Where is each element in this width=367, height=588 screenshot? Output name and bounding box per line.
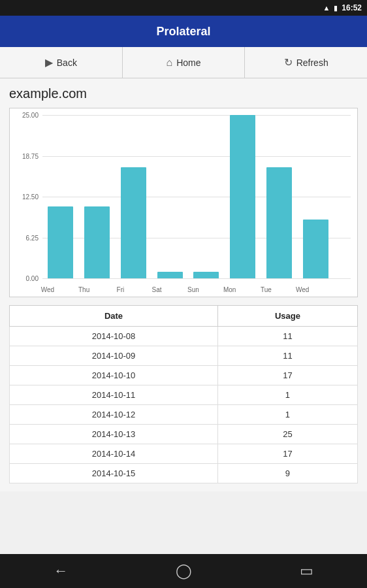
grid-line (42, 156, 351, 157)
x-axis-label: Fri (107, 286, 133, 293)
x-axis-label: Sat (144, 286, 170, 293)
cell-date: 2014-10-08 (10, 327, 218, 346)
cell-usage: 11 (217, 346, 357, 366)
bar (48, 206, 73, 278)
y-axis-label: 0.00 (10, 275, 39, 282)
cell-usage: 17 (217, 444, 357, 464)
table-row: 2014-10-0811 (10, 327, 358, 346)
bar (303, 220, 328, 278)
wifi-icon: ▲ (323, 4, 330, 12)
home-icon: ⌂ (166, 57, 172, 69)
cell-date: 2014-10-09 (10, 346, 218, 366)
back-button[interactable]: ▶ Back (0, 47, 123, 78)
cell-date: 2014-10-12 (10, 405, 218, 425)
y-axis-label: 12.50 (10, 193, 39, 201)
table-body: 2014-10-08112014-10-09112014-10-10172014… (10, 327, 358, 483)
table-row: 2014-10-1017 (10, 366, 358, 385)
y-axis-label: 25.00 (10, 112, 39, 119)
cell-usage: 1 (217, 405, 357, 425)
grid-line (42, 278, 351, 279)
refresh-label: Refresh (296, 57, 328, 68)
site-title: example.com (9, 86, 358, 101)
table-row: 2014-10-159 (10, 464, 358, 483)
home-label: Home (176, 57, 200, 68)
bar (230, 115, 255, 278)
cell-usage: 1 (217, 385, 357, 405)
bar (121, 167, 146, 278)
bar (157, 272, 183, 278)
col-header-usage: Usage (217, 306, 357, 327)
home-button[interactable]: ⌂ Home (123, 47, 246, 78)
x-axis-label: Tue (253, 286, 279, 293)
x-axis-label: Wed (289, 286, 315, 293)
bar (266, 167, 292, 278)
cell-date: 2014-10-14 (10, 444, 218, 464)
android-back-icon[interactable]: ← (54, 563, 68, 580)
cell-date: 2014-10-15 (10, 464, 218, 483)
cell-usage: 17 (217, 366, 357, 385)
cell-date: 2014-10-10 (10, 366, 218, 385)
table-row: 2014-10-0911 (10, 346, 358, 366)
status-time: 16:52 (342, 3, 362, 12)
bar (84, 206, 110, 278)
refresh-button[interactable]: ↻ Refresh (245, 47, 367, 78)
cell-usage: 11 (217, 327, 357, 346)
table-row: 2014-10-1417 (10, 444, 358, 464)
cell-usage: 25 (217, 425, 357, 444)
content-area: example.com 25.0018.7512.506.250.00WedTh… (0, 78, 367, 491)
data-table: Date Usage 2014-10-08112014-10-09112014-… (9, 305, 358, 483)
app-bar: Prolateral (0, 16, 367, 47)
grid-line (42, 197, 351, 197)
battery-icon: ▮ (334, 4, 338, 12)
bar (193, 272, 219, 278)
y-axis-label: 18.75 (10, 152, 39, 159)
table-row: 2014-10-121 (10, 405, 358, 425)
back-icon: ▶ (45, 56, 53, 69)
x-axis-label: Mon (217, 286, 243, 293)
y-axis-label: 6.25 (10, 234, 39, 241)
cell-date: 2014-10-11 (10, 385, 218, 405)
x-axis-label: Sun (180, 286, 206, 293)
x-axis-label: Thu (71, 286, 97, 293)
col-header-date: Date (10, 306, 218, 327)
x-axis-label: Wed (35, 286, 61, 293)
android-home-icon[interactable]: ◯ (176, 563, 192, 580)
back-label: Back (57, 57, 77, 68)
status-bar: ▲ ▮ 16:52 (0, 0, 367, 16)
cell-date: 2014-10-13 (10, 425, 218, 444)
app-title: Prolateral (156, 25, 210, 39)
table-row: 2014-10-1325 (10, 425, 358, 444)
refresh-icon: ↻ (284, 56, 293, 69)
grid-line (42, 115, 351, 116)
bottom-nav: ← ◯ ▭ (0, 554, 367, 588)
android-recents-icon[interactable]: ▭ (300, 563, 313, 580)
cell-usage: 9 (217, 464, 357, 483)
chart-container: 25.0018.7512.506.250.00WedThuFriSatSunMo… (9, 108, 358, 297)
table-row: 2014-10-111 (10, 385, 358, 405)
nav-bar: ▶ Back ⌂ Home ↻ Refresh (0, 47, 367, 78)
